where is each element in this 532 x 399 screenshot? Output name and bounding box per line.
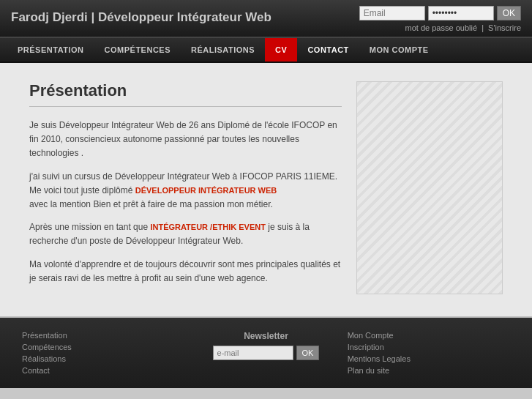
footer-link-plan[interactable]: Plan du site [348,366,510,375]
footer-link-presentation[interactable]: Présentation [22,331,184,340]
paragraph-2: j'ai suivi un cursus de Développeur Inté… [29,170,342,212]
login-ok-button[interactable]: OK [497,6,521,20]
header: Farodj Djerdi | Développeur Intégrateur … [0,0,532,37]
paragraph-3-before: Après une mission en tant que [29,222,150,232]
footer-link-realisations[interactable]: Réalisations [22,354,184,363]
newsletter-email-input[interactable] [213,346,293,360]
password-input[interactable] [428,6,494,20]
newsletter-ok-button[interactable]: OK [296,346,320,360]
nav-presentation[interactable]: PRÉSENTATION [7,38,94,61]
footer-link-mon-compte[interactable]: Mon Compte [348,331,510,340]
footer-link-inscription[interactable]: Inscription [348,343,510,351]
forgot-password-link[interactable]: mot de passe oublié [405,23,477,32]
site-title: Farodj Djerdi | Développeur Intégrateur … [11,6,271,25]
paragraph-3: Après une mission en tant que INTÉGRATEU… [29,220,342,248]
forgot-links: mot de passe oublié | S'inscrire [405,23,521,32]
paragraph-4: Ma volonté d'apprendre et de toujours dé… [29,258,342,286]
footer-link-competences[interactable]: Compétences [22,343,184,351]
email-input[interactable] [359,6,425,20]
decorative-pattern [356,81,503,294]
register-link[interactable]: S'inscrire [488,23,521,32]
footer: Présentation Compétences Réalisations Co… [0,318,532,388]
footer-link-mentions[interactable]: Mentions Legales [348,354,510,363]
paragraph-2-after: avec la mention Bien et prêt à faire de … [29,199,273,209]
integrateur-link[interactable]: INTÉGRATEUR /ETHIK EVENT [150,223,265,231]
paragraph-1: Je suis Développeur Intégrateur Web de 2… [29,119,342,161]
footer-link-contact[interactable]: Contact [22,366,184,375]
footer-newsletter: Newsletter OK [184,331,347,375]
content-left: Présentation Je suis Développeur Intégra… [29,81,342,294]
content-body: Je suis Développeur Intégrateur Web de 2… [29,119,342,286]
newsletter-title: Newsletter [244,331,288,341]
footer-col-3: Mon Compte Inscription Mentions Legales … [348,331,510,375]
nav-competences[interactable]: COMPÉTENCES [94,38,181,61]
nav: PRÉSENTATION COMPÉTENCES RÉALISATIONS CV… [0,37,532,63]
nav-mon-compte[interactable]: MON COMPTE [359,38,439,61]
nav-contact[interactable]: CONTACT [297,38,359,61]
footer-col-1: Présentation Compétences Réalisations Co… [22,331,184,375]
main-content: Présentation Je suis Développeur Intégra… [0,63,532,316]
header-right: OK mot de passe oublié | S'inscrire [359,6,521,32]
nav-cv[interactable]: CV [265,38,297,61]
nav-realisations[interactable]: RÉALISATIONS [181,38,265,61]
presentation-title: Présentation [29,81,342,107]
login-row: OK [359,6,521,20]
developer-link[interactable]: DÉVELOPPEUR INTÉGRATEUR WEB [135,186,277,195]
newsletter-row: OK [213,346,320,360]
